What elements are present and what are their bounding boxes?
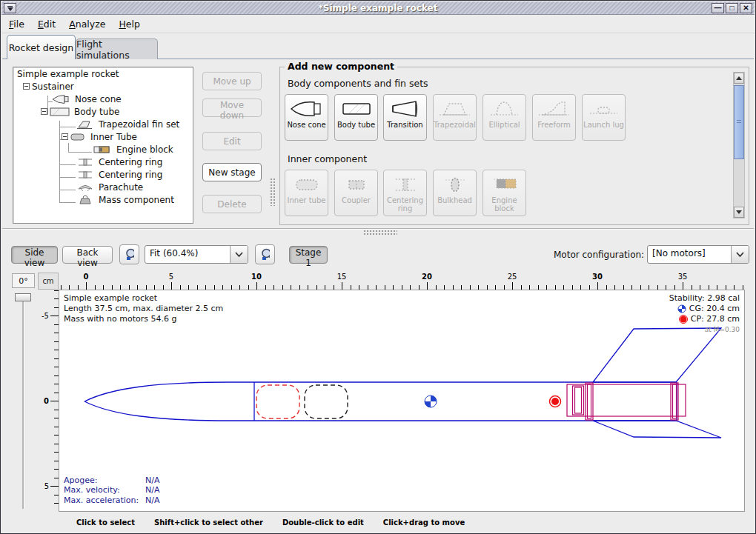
tree-item-centering-ring-2[interactable]: Centering ring [13, 168, 193, 181]
component-tree[interactable]: Simple example rocket Sustainer Nose con… [13, 67, 193, 224]
chevron-down-icon[interactable] [731, 246, 749, 263]
parachute-icon [77, 182, 95, 193]
centering-ring-icon [77, 157, 95, 167]
new-stage-button[interactable]: New stage [202, 163, 262, 181]
tree-item-inner-tube[interactable]: Inner Tube [13, 130, 193, 143]
magnifier-plus-icon [260, 247, 270, 262]
maximize-button[interactable]: □ [726, 3, 738, 13]
add-launch-lug-button[interactable]: Launch lug [582, 94, 626, 141]
launch-lug-icon [587, 97, 621, 121]
tree-item-mass-component[interactable]: Mass component [13, 193, 193, 206]
inner-tube-icon [70, 132, 87, 142]
nose-cone-icon [52, 94, 71, 104]
add-component-group: Add new component Body components and fi… [279, 67, 749, 225]
add-bulkhead-button[interactable]: Bulkhead [433, 170, 477, 216]
tree-item-centering-ring-1[interactable]: Centering ring [13, 156, 193, 168]
menu-analyze[interactable]: Analyze [69, 19, 105, 30]
rotation-slider-thumb[interactable] [15, 293, 31, 301]
edit-button[interactable]: Edit [202, 132, 262, 150]
add-engine-block-button[interactable]: Engine block [483, 170, 526, 216]
motor-configuration-label: Motor configuration: [554, 250, 644, 260]
collapse-handle[interactable] [41, 108, 47, 115]
rocket-outline [84, 328, 721, 438]
tree-item-body-tube[interactable]: Body tube [13, 105, 193, 118]
tab-flight-simulations[interactable]: Flight simulations [76, 39, 158, 59]
magnifier-minus-icon [125, 247, 134, 262]
cp-value: CP: 27.8 cm [691, 314, 740, 324]
add-trapezoidal-fin-button[interactable]: Trapezoidal [433, 94, 477, 141]
freeform-fin-icon [537, 97, 571, 121]
window-title: *Simple example rocket [1, 3, 755, 13]
add-centering-ring-button[interactable]: Centering ring [383, 170, 427, 216]
zoom-out-button[interactable] [119, 244, 139, 264]
rotation-slider[interactable] [22, 294, 24, 509]
add-nose-cone-button[interactable]: Nose cone [285, 94, 328, 141]
hint: Click+drag to move [383, 518, 465, 527]
vertical-splitter[interactable] [270, 178, 276, 206]
cg-marker [425, 396, 437, 407]
chevron-down-icon[interactable] [230, 246, 248, 263]
cg-value: CG: 20.4 cm [689, 304, 740, 314]
delete-button[interactable]: Delete [202, 195, 262, 213]
component-panel-scrollbar[interactable] [733, 72, 745, 218]
close-button[interactable]: ✕ [740, 3, 752, 13]
zoom-value: Fit (60.4%) [145, 246, 230, 263]
add-coupler-button[interactable]: Coupler [334, 170, 378, 216]
zoom-in-button[interactable] [255, 244, 275, 264]
elliptical-fin-icon [488, 97, 522, 121]
stability-value: Stability: 2.98 cal [669, 293, 740, 304]
centering-ring-icon [77, 170, 95, 180]
rotation-value: 0° [12, 273, 35, 288]
add-inner-tube-button[interactable]: Inner tube [285, 170, 328, 216]
tab-rocket-design[interactable]: Rocket design [7, 35, 76, 59]
tree-item-sustainer[interactable]: Sustainer [13, 80, 193, 93]
inner-components [567, 383, 686, 420]
tree-item-fin-set[interactable]: Trapezoidal fin set [13, 118, 193, 130]
menu-file[interactable]: File [9, 19, 24, 30]
title-bar[interactable]: *Simple example rocket — □ ✕ [1, 1, 755, 15]
minimize-button[interactable]: — [712, 3, 724, 13]
scroll-down-arrow-icon[interactable] [734, 207, 744, 218]
stage-1-toggle[interactable]: Stage 1 [289, 246, 328, 264]
collapse-handle[interactable] [23, 83, 30, 90]
tree-item-nose-cone[interactable]: Nose cone [13, 93, 193, 105]
mach-value: at M=0.30 [705, 324, 740, 335]
move-down-button[interactable]: Move down [202, 99, 262, 117]
coupler-icon [339, 173, 374, 196]
collapse-handle[interactable] [62, 133, 68, 140]
scrollbar-thumb[interactable] [734, 85, 744, 159]
tree-item-engine-block[interactable]: Engine block [13, 143, 193, 156]
rocket-info: Simple example rocket Length 37.5 cm, ma… [64, 293, 223, 324]
trapezoidal-fin-icon [438, 97, 472, 121]
add-elliptical-fin-button[interactable]: Elliptical [483, 94, 526, 141]
nose-cone-icon [290, 97, 324, 121]
menu-edit[interactable]: Edit [38, 19, 56, 30]
bulkhead-icon [438, 173, 472, 196]
back-view-button[interactable]: Back view [62, 246, 113, 264]
side-view-button[interactable]: Side view [11, 246, 58, 264]
motor-configuration-value: [No motors] [648, 246, 731, 263]
tree-item-parachute[interactable]: Parachute [13, 181, 193, 193]
mass-component-outline [305, 385, 348, 418]
add-transition-button[interactable]: Transition [383, 94, 427, 141]
rocket-view-canvas[interactable]: Simple example rocket Length 37.5 cm, ma… [59, 290, 745, 512]
motor-configuration-select[interactable]: [No motors] [647, 245, 749, 264]
ruler-unit: cm [38, 273, 59, 290]
hint: Double-click to edit [282, 518, 364, 527]
move-up-button[interactable]: Move up [202, 72, 262, 90]
engine-block-icon [488, 173, 522, 196]
inner-component-label: Inner component [288, 153, 367, 164]
menu-bar: File Edit Analyze Help [1, 15, 755, 33]
inner-tube-icon [290, 173, 324, 196]
zoom-select[interactable]: Fit (60.4%) [145, 245, 248, 264]
transition-icon [388, 97, 422, 121]
menu-help[interactable]: Help [119, 19, 140, 30]
tree-item-rocket[interactable]: Simple example rocket [13, 67, 193, 80]
add-freeform-fin-button[interactable]: Freeform [532, 94, 576, 141]
cp-marker [550, 396, 561, 407]
scroll-up-arrow-icon[interactable] [734, 73, 744, 84]
parachute-outline [256, 385, 299, 418]
splitter-handle[interactable] [363, 230, 397, 236]
add-body-tube-button[interactable]: Body tube [334, 94, 378, 141]
cg-icon [677, 304, 686, 313]
